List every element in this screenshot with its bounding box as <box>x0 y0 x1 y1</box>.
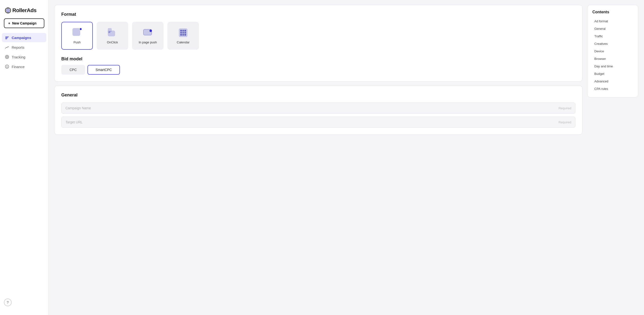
svg-text:$: $ <box>6 66 8 68</box>
calendar-label: Calendar <box>177 40 190 44</box>
finance-label: Finance <box>12 65 24 69</box>
bid-smartcpc-button[interactable]: SmartCPC <box>88 65 120 75</box>
push-format-icon <box>72 28 82 38</box>
tracking-icon <box>5 55 9 59</box>
campaign-name-field-wrap: Required <box>61 102 576 114</box>
svg-point-2 <box>8 10 8 11</box>
onclick-label: OnClick <box>107 40 118 44</box>
content-area: Format Push <box>54 5 582 310</box>
bid-options: CPC SmartCPC <box>61 65 576 75</box>
contents-card: Contents Ad format General Traffic Creat… <box>587 5 638 98</box>
new-campaign-plus: + <box>8 21 10 25</box>
target-url-required: Required <box>558 120 571 124</box>
format-inpage[interactable]: In page push <box>132 22 164 50</box>
general-card: General Required Required <box>54 86 582 135</box>
format-grid: Push OnClick <box>61 22 576 50</box>
nav-items: Campaigns Reports Tracking <box>0 33 48 71</box>
format-card: Format Push <box>54 5 582 82</box>
push-label: Push <box>74 40 81 44</box>
inpage-format-icon <box>142 28 153 38</box>
contents-item-budget[interactable]: Budget <box>592 70 633 77</box>
sidebar-item-campaigns[interactable]: Campaigns <box>2 33 46 42</box>
contents-item-day-and-time[interactable]: Day and time <box>592 63 633 70</box>
finance-icon: $ <box>5 64 9 69</box>
contents-list: Ad format General Traffic Creatives Devi… <box>592 18 633 92</box>
sidebar-item-tracking[interactable]: Tracking <box>2 52 46 62</box>
target-url-input[interactable] <box>66 120 558 124</box>
svg-rect-7 <box>5 38 7 39</box>
contents-item-general[interactable]: General <box>592 25 633 32</box>
contents-item-traffic[interactable]: Traffic <box>592 33 633 40</box>
svg-rect-6 <box>5 38 8 38</box>
bid-model-title: Bid model <box>61 56 576 62</box>
tracking-label: Tracking <box>12 55 26 59</box>
contents-item-ad-format[interactable]: Ad format <box>592 18 633 25</box>
inpage-label: In page push <box>138 40 157 44</box>
reports-label: Reports <box>12 45 24 50</box>
reports-icon <box>5 45 9 50</box>
campaign-name-input[interactable] <box>66 106 558 110</box>
help-button[interactable]: ? <box>4 298 12 306</box>
onclick-format-icon <box>107 28 118 38</box>
contents-item-browser[interactable]: Browser <box>592 55 633 62</box>
contents-panel: Contents Ad format General Traffic Creat… <box>587 5 638 310</box>
campaigns-label: Campaigns <box>12 36 31 40</box>
contents-title: Contents <box>592 10 633 14</box>
format-title: Format <box>61 12 576 17</box>
contents-item-advanced[interactable]: Advanced <box>592 78 633 85</box>
svg-point-10 <box>7 57 7 57</box>
contents-item-device[interactable]: Device <box>592 48 633 55</box>
new-campaign-button[interactable]: + New Campaign <box>4 18 44 28</box>
sidebar-bottom: ? <box>0 295 48 310</box>
logo-text: RollerAds <box>12 7 36 14</box>
calendar-format-icon <box>178 28 188 38</box>
target-url-field-wrap: Required <box>61 116 576 128</box>
campaign-name-required: Required <box>558 106 571 110</box>
format-push[interactable]: Push <box>61 22 93 50</box>
contents-item-cpa-rules[interactable]: CPA rules <box>592 85 633 92</box>
contents-item-creatives[interactable]: Creatives <box>592 40 633 47</box>
logo-area: RollerAds <box>0 5 48 18</box>
help-icon: ? <box>7 300 9 304</box>
logo-icon <box>5 7 11 14</box>
svg-rect-5 <box>5 36 9 37</box>
logo: RollerAds <box>5 7 43 14</box>
bid-cpc-button[interactable]: CPC <box>61 65 85 75</box>
main-content: Format Push <box>48 0 644 315</box>
sidebar-item-reports[interactable]: Reports <box>2 43 46 52</box>
campaigns-icon <box>5 36 9 40</box>
format-onclick[interactable]: OnClick <box>97 22 128 50</box>
new-campaign-label: New Campaign <box>12 21 36 25</box>
sidebar-item-finance[interactable]: $ Finance <box>2 62 46 71</box>
format-calendar[interactable]: Calendar <box>168 22 199 50</box>
general-title: General <box>61 92 576 98</box>
sidebar: RollerAds + New Campaign Campaigns <box>0 0 48 315</box>
